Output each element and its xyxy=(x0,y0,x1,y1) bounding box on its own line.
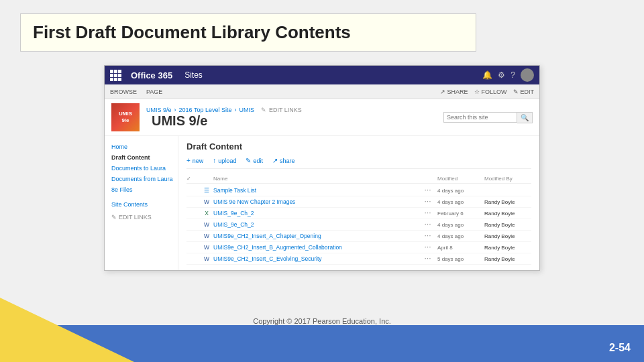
upload-icon: ↑ xyxy=(213,157,216,164)
file-modified: February 6 xyxy=(437,210,484,217)
file-modifiedby: Randy Boyle xyxy=(484,210,531,217)
table-row: ☰ Sample Task List ··· 4 days ago xyxy=(186,185,531,196)
file-menu[interactable]: ··· xyxy=(419,198,437,205)
file-type-icon: W xyxy=(200,221,213,228)
file-modified: 4 days ago xyxy=(437,222,484,228)
action-upload[interactable]: ↑ upload xyxy=(213,157,236,164)
user-avatar[interactable] xyxy=(521,68,534,82)
file-name[interactable]: UMIS_9e_Ch_2 xyxy=(213,221,419,228)
file-modifiedby: Randy Boyle xyxy=(484,222,531,228)
file-name[interactable]: UMIS9e_CH2_Insert_C_Evolving_Security xyxy=(213,255,419,262)
screenshot-outer: Office 365 Sites 🔔 ⚙ ? BROWSE PAGE ↗ SHA… xyxy=(20,65,624,271)
action-edit[interactable]: ✎ edit xyxy=(246,157,263,164)
edit-icon-action: ✎ xyxy=(246,157,251,164)
nav-item-docs-from-laura[interactable]: Documents from Laura xyxy=(105,174,178,184)
file-modifiedby: Randy Boyle xyxy=(484,233,531,239)
table-row: W UMIS_9e_Ch_2 ··· 4 days ago Randy Boyl… xyxy=(186,219,531,231)
action-new[interactable]: + new xyxy=(186,157,203,164)
table-row: W UMIS9e_CH2_Insert_A_Chapter_Opening ··… xyxy=(186,231,531,242)
breadcrumb-sep-2: › xyxy=(234,107,236,113)
site-title: UMIS 9/e xyxy=(152,113,437,129)
file-menu[interactable]: ··· xyxy=(419,233,437,239)
sp-content: Draft Content + new ↑ upload ✎ xyxy=(178,136,539,270)
o365-navbar: Office 365 Sites 🔔 ⚙ ? xyxy=(105,66,539,84)
file-name[interactable]: Sample Task List xyxy=(213,187,419,194)
file-type-icon: W xyxy=(200,233,213,239)
file-menu[interactable]: ··· xyxy=(419,221,437,228)
file-type-icon: W xyxy=(200,244,213,251)
nav-edit-links[interactable]: ✎ EDIT LINKS xyxy=(105,210,178,225)
header-modifiedby[interactable]: Modified By xyxy=(484,176,531,182)
share-icon: ↗ xyxy=(440,88,445,95)
breadcrumb-item-1[interactable]: UMIS 9/e xyxy=(146,107,172,113)
site-logo: UMIS 9/e xyxy=(111,103,140,131)
file-modifiedby: Randy Boyle xyxy=(484,245,531,251)
breadcrumb-item-3[interactable]: UMIS xyxy=(239,107,254,113)
nav-item-home[interactable]: Home xyxy=(105,141,178,152)
sp-main: Home Draft Content Documents to Laura Do… xyxy=(105,136,539,270)
notification-icon[interactable]: 🔔 xyxy=(482,70,492,80)
breadcrumb-sep-3: ✎ xyxy=(261,107,266,113)
filelist-header: ✓ Name Modified Modified By xyxy=(186,174,531,184)
file-menu[interactable]: ··· xyxy=(419,244,437,251)
o365-icons: 🔔 ⚙ ? xyxy=(482,68,534,82)
breadcrumb: UMIS 9/e › 2016 Top Level Site › UMIS ✎ … xyxy=(146,107,437,113)
copyright-bar: Copyright © 2017 Pearson Education, Inc. xyxy=(0,317,644,325)
file-menu[interactable]: ··· xyxy=(419,255,437,262)
nav-item-8e-files[interactable]: 8e Files xyxy=(105,184,178,195)
search-input[interactable] xyxy=(443,112,517,123)
o365-title[interactable]: Office 365 xyxy=(131,70,172,80)
header-modified[interactable]: Modified xyxy=(437,176,484,182)
file-name[interactable]: UMIS_9e_Ch_2 xyxy=(213,210,419,217)
site-header: UMIS 9/e UMIS 9/e › 2016 Top Level Site … xyxy=(105,99,539,136)
page-button[interactable]: PAGE xyxy=(146,88,162,95)
nav-item-draft-content[interactable]: Draft Content xyxy=(105,152,178,163)
file-modified: April 8 xyxy=(437,245,484,251)
logo-line2: 9/e xyxy=(121,117,129,124)
share-button[interactable]: ↗ SHARE xyxy=(440,88,468,95)
file-modifiedby: Randy Boyle xyxy=(484,256,531,262)
site-search: 🔍 xyxy=(443,112,533,123)
action-share[interactable]: ↗ share xyxy=(272,157,295,164)
header-check: ✓ xyxy=(186,176,200,182)
browse-button[interactable]: BROWSE xyxy=(110,88,137,95)
file-menu[interactable]: ··· xyxy=(419,210,437,217)
edit-pencil-icon: ✎ xyxy=(111,214,117,221)
table-row: W UMIS9e_CH2_Insert_B_Augmented_Collabor… xyxy=(186,242,531,253)
star-icon: ☆ xyxy=(474,88,480,95)
file-type-icon: W xyxy=(200,255,213,262)
action-bar: + new ↑ upload ✎ edit ↗ xyxy=(186,157,531,169)
table-row: X UMIS_9e_Ch_2 ··· February 6 Randy Boyl… xyxy=(186,208,531,219)
o365-sites[interactable]: Sites xyxy=(184,70,203,80)
edit-button[interactable]: ✎ EDIT xyxy=(513,88,534,95)
breadcrumb-edit-links[interactable]: EDIT LINKS xyxy=(269,107,302,113)
header-name[interactable]: Name xyxy=(213,176,419,182)
content-title: Draft Content xyxy=(186,141,531,152)
breadcrumb-item-2[interactable]: 2016 Top Level Site xyxy=(179,107,232,113)
file-type-icon: ☰ xyxy=(200,187,213,194)
file-modifiedby: Randy Boyle xyxy=(484,199,531,205)
help-icon[interactable]: ? xyxy=(511,70,515,80)
file-name[interactable]: UMIS9e_CH2_Insert_B_Augmented_Collaborat… xyxy=(213,244,419,251)
file-modified: 4 days ago xyxy=(437,188,484,194)
search-button[interactable]: 🔍 xyxy=(517,112,533,123)
settings-icon[interactable]: ⚙ xyxy=(498,70,505,80)
nav-item-site-contents[interactable]: Site Contents xyxy=(105,199,178,210)
logo-line1: UMIS xyxy=(119,111,132,117)
file-name[interactable]: UMIS9e_CH2_Insert_A_Chapter_Opening xyxy=(213,233,419,239)
file-type-icon: X xyxy=(200,210,213,217)
new-icon: + xyxy=(186,157,191,164)
file-name[interactable]: UMIS 9e New Chapter 2 Images xyxy=(213,198,419,205)
share-icon-action: ↗ xyxy=(272,157,278,164)
copyright-text: Copyright © 2017 Pearson Education, Inc. xyxy=(253,317,391,325)
follow-button[interactable]: ☆ FOLLOW xyxy=(474,88,506,95)
slide-container: First Draft Document Library Contents Of… xyxy=(0,0,644,362)
site-header-right: UMIS 9/e › 2016 Top Level Site › UMIS ✎ … xyxy=(146,107,437,129)
file-modified: 5 days ago xyxy=(437,256,484,262)
nav-item-docs-to-laura[interactable]: Documents to Laura xyxy=(105,163,178,174)
sp-toolbar-right: ↗ SHARE ☆ FOLLOW ✎ EDIT xyxy=(440,88,534,95)
file-menu[interactable]: ··· xyxy=(419,187,437,194)
slide-title: First Draft Document Library Contents xyxy=(20,13,476,52)
screenshot-wrapper: Office 365 Sites 🔔 ⚙ ? BROWSE PAGE ↗ SHA… xyxy=(104,65,540,271)
grid-icon[interactable] xyxy=(110,70,121,81)
